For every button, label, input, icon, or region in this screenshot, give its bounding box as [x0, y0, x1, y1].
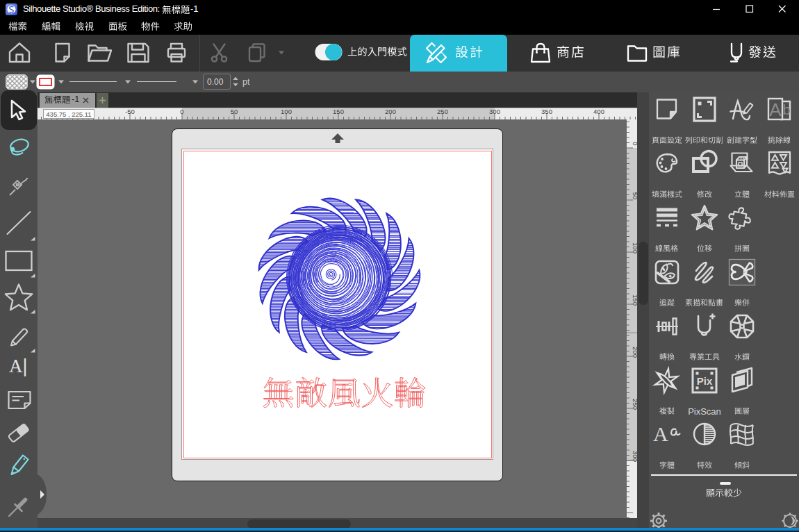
svg-text:100: 100: [632, 242, 638, 253]
svg-text:150: 150: [333, 108, 344, 115]
svg-text:50: 50: [632, 192, 638, 200]
svg-text:0: 0: [632, 142, 638, 145]
svg-text:250: 250: [437, 108, 448, 115]
svg-text:200: 200: [632, 347, 638, 358]
svg-text:150: 150: [632, 294, 638, 306]
svg-text:A: A: [769, 99, 782, 120]
svg-text:350: 350: [541, 108, 552, 115]
svg-text:0: 0: [180, 108, 183, 115]
svg-text:b: b: [782, 102, 790, 117]
svg-text:A: A: [653, 422, 668, 445]
svg-text:-50: -50: [125, 108, 135, 115]
svg-text:Pix: Pix: [697, 375, 713, 387]
svg-text:400: 400: [593, 108, 604, 115]
svg-text:250: 250: [632, 399, 638, 410]
svg-text:200: 200: [385, 108, 396, 115]
svg-text:100: 100: [281, 108, 292, 115]
svg-text:300: 300: [489, 108, 500, 115]
svg-text:50: 50: [231, 108, 238, 115]
